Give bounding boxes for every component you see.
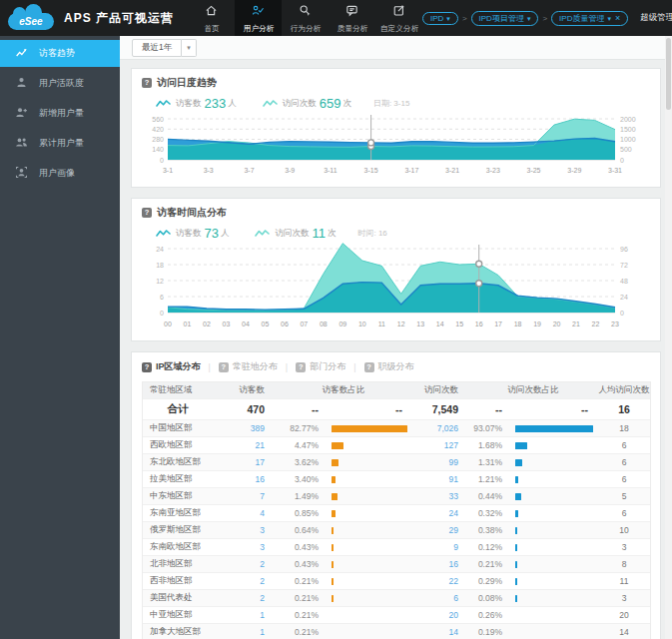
visits-count-link[interactable]: 24 xyxy=(412,508,468,518)
tab-residence[interactable]: ?常驻地分布 xyxy=(219,360,278,373)
visitors-count-link[interactable]: 1 xyxy=(213,627,275,637)
visits-count-link[interactable]: 16 xyxy=(412,559,468,569)
caret-down-icon[interactable]: ▾ xyxy=(607,15,611,22)
visitors-count-link[interactable]: 2 xyxy=(213,576,275,586)
wave-icon xyxy=(156,99,171,108)
nav-item-behavior-analytics[interactable]: 行为分析 xyxy=(282,0,329,36)
region-name: 中国地区部 xyxy=(143,422,213,434)
stat-value: 11 xyxy=(312,226,326,241)
visits-count-link[interactable]: 29 xyxy=(412,525,468,535)
stat-label: 访客数 xyxy=(176,98,202,110)
nav-item-home[interactable]: 首页 xyxy=(188,0,235,36)
visitors-count-link[interactable]: 16 xyxy=(213,474,275,484)
table-row: 加拿大地区部10.21%140.19%14 xyxy=(143,624,650,639)
tab-ip-region[interactable]: ?IP区域分布 xyxy=(142,360,201,373)
sidebar-item-label: 用户活跃度 xyxy=(39,77,84,90)
visits-pct: 0.21% xyxy=(468,559,512,569)
nav-item-label: 用户分析 xyxy=(243,23,273,33)
nav-item-quality-analytics[interactable]: 质量分析 xyxy=(329,0,375,36)
card-title: 访问日度趋势 xyxy=(157,76,217,90)
visitors-pct-bar xyxy=(329,561,412,568)
help-icon[interactable]: ? xyxy=(142,78,152,88)
tab-rank[interactable]: ?职级分布 xyxy=(364,360,414,373)
svg-text:08: 08 xyxy=(320,320,328,327)
tab-department[interactable]: ?部门分布 xyxy=(296,360,345,373)
total-users-icon xyxy=(15,136,28,151)
visitors-count-link[interactable]: 4 xyxy=(213,508,275,518)
breadcrumb-pill-ipd-quality[interactable]: IPD质量管理▾× xyxy=(551,11,628,26)
visitors-count-link[interactable]: 21 xyxy=(213,440,275,450)
caret-down-icon[interactable]: ▾ xyxy=(446,15,450,22)
breadcrumb-pill-ipd[interactable]: IPD▾ xyxy=(422,12,458,25)
nav-item-user-analytics[interactable]: 用户分析 xyxy=(235,0,282,36)
scrollbar[interactable] xyxy=(665,36,672,639)
visitors-pct-bar xyxy=(329,442,412,449)
table-row: 美国代表处20.21%60.08%3 xyxy=(143,590,650,607)
stat-label: 访问次数 xyxy=(275,228,309,240)
avg-visits: 6 xyxy=(598,440,650,450)
nav-item-custom-analytics[interactable]: 自定义分析 xyxy=(375,0,422,36)
visits-pct-bar xyxy=(512,476,598,483)
caret-down-icon[interactable]: ▾ xyxy=(527,15,531,22)
visits-pct-bar xyxy=(512,561,598,568)
visitors-count-link[interactable]: 2 xyxy=(213,593,275,603)
sidebar-item-user-activity[interactable]: 用户活跃度 xyxy=(0,70,120,97)
sidebar-item-label: 用户画像 xyxy=(39,167,75,180)
close-icon[interactable]: × xyxy=(615,14,620,23)
sidebar-item-new-users[interactable]: 新增用户量 xyxy=(0,100,120,127)
visits-count-link[interactable]: 22 xyxy=(412,576,468,586)
region-name: 北非地区部 xyxy=(143,558,213,570)
avg-visits: 6 xyxy=(598,457,650,467)
svg-text:15: 15 xyxy=(455,320,463,327)
svg-text:07: 07 xyxy=(300,320,308,327)
visitors-count-link[interactable]: 17 xyxy=(213,457,275,467)
visits-count-link[interactable]: 7,026 xyxy=(412,423,468,433)
visits-count-link[interactable]: 127 xyxy=(412,440,468,450)
svg-text:3-21: 3-21 xyxy=(445,167,459,174)
region-name: 东南欧地区部 xyxy=(143,541,213,553)
visits-count-link[interactable]: 91 xyxy=(412,474,468,484)
visits-count-link[interactable]: 9 xyxy=(412,542,468,552)
tab-separator: | xyxy=(209,362,211,372)
avg-visits: 18 xyxy=(598,423,650,433)
hourly-distribution-chart[interactable]: 0062412481872249600010203040506070809101… xyxy=(142,243,650,334)
visitors-count-link[interactable]: 3 xyxy=(213,525,275,535)
visitors-count-link[interactable]: 3 xyxy=(213,542,275,552)
svg-text:17: 17 xyxy=(494,320,502,327)
pill-label: IPD质量管理 xyxy=(559,13,604,24)
svg-text:560: 560 xyxy=(152,116,164,123)
visits-count-link[interactable]: 33 xyxy=(412,491,468,501)
visits-count-link[interactable]: 20 xyxy=(412,610,468,620)
visitors-pct-bar xyxy=(329,595,412,602)
region-name: 中东地区部 xyxy=(143,490,213,502)
stat-unit: 次 xyxy=(342,98,351,110)
caret-down-icon[interactable]: ▾ xyxy=(182,39,197,57)
help-icon[interactable]: ? xyxy=(142,208,152,218)
app-window: eSee APS 产品可视运营 首页用户分析行为分析质量分析自定义分析 IPD▾… xyxy=(0,0,672,639)
sidebar-item-total-users[interactable]: 累计用户量 xyxy=(0,130,120,157)
visits-count-link[interactable]: 6 xyxy=(412,593,468,603)
esee-logo[interactable]: eSee xyxy=(8,7,54,30)
visitor-trend-icon xyxy=(15,46,28,61)
visitors-count-link[interactable]: 7 xyxy=(213,491,275,501)
svg-text:13: 13 xyxy=(416,320,424,327)
sidebar-item-user-portrait[interactable]: 用户画像 xyxy=(0,160,120,187)
col-visitors: 访客数 xyxy=(213,384,275,396)
visits-count-link[interactable]: 14 xyxy=(412,627,468,637)
daily-trend-chart[interactable]: 001405002801000420150056020003-13-33-73-… xyxy=(142,113,650,181)
table-row: 中国地区部38982.77%7,02693.07%18 xyxy=(143,420,650,437)
visitors-count-link[interactable]: 2 xyxy=(213,559,275,569)
stat-value: 659 xyxy=(320,96,341,111)
stat-value: 73 xyxy=(205,226,219,241)
visits-count-link[interactable]: 99 xyxy=(412,457,468,467)
visitors-count-link[interactable]: 389 xyxy=(213,423,275,433)
scrollbar-thumb[interactable] xyxy=(666,38,671,110)
sidebar-item-visitor-trend[interactable]: 访客趋势 xyxy=(0,40,120,67)
help-icon: ? xyxy=(142,362,152,372)
table-row: 拉美地区部163.40%911.21%6 xyxy=(143,471,650,488)
date-range-picker[interactable]: 最近1年 ▾ xyxy=(132,39,197,57)
breadcrumb-pill-ipd-project[interactable]: IPD项目管理▾ xyxy=(471,11,539,26)
visitors-count-link[interactable]: 1 xyxy=(213,610,275,620)
visitors-pct: 0.43% xyxy=(275,542,329,552)
visits-pct-bar xyxy=(512,578,598,585)
